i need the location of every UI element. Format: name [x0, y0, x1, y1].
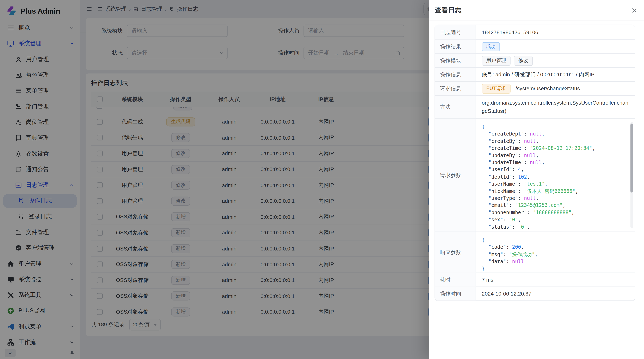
log-detail-drawer: 查看日志 日志编号 1842781986426159106 操作结果 成功 操作… [429, 0, 644, 359]
code-line: "userName": "test1", [482, 181, 629, 188]
app-root: Plus Admin 概览 系统管理 用户管理 角色管理 [0, 0, 644, 359]
field-label: 请求参数 [435, 119, 476, 232]
code-line: { [482, 237, 629, 244]
module-tag: 用户管理 [482, 56, 510, 65]
field-label: 请求信息 [435, 82, 476, 95]
code-line: "userType": null, [482, 195, 629, 202]
code-line: "phonenumber": "18888888888", [482, 209, 629, 217]
operation-info-value: 账号: admin / 研发部门 / 0:0:0:0:0:0:0:1 / 内网I… [476, 68, 635, 81]
code-line: "msg": "操作成功", [482, 251, 629, 258]
code-line: "status": "0", [482, 224, 629, 231]
request-params-code[interactable]: {"createDept": null,"createBy": null,"cr… [476, 119, 635, 232]
code-line: "email": "12345@1253.com", [482, 202, 629, 209]
field-label: 方法 [435, 96, 476, 118]
duration-value: 7 ms [476, 273, 635, 287]
code-line: "userId": 4, [482, 166, 629, 174]
code-line: "sex": "0", [482, 217, 629, 224]
request-url: /system/user/changeStatus [516, 85, 580, 91]
code-line: "updateBy": null, [482, 152, 629, 159]
field-label: 操作信息 [435, 68, 476, 81]
code-line: "deptId": 102, [482, 174, 629, 181]
code-line: "nickName": "仅本人 密码666666", [482, 188, 629, 195]
indent-guide [484, 130, 484, 228]
response-params-code: {"code": 200,"msg": "操作成功","data": null} [476, 232, 635, 273]
code-line: "createTime": "2024-08-12 17:20:34", [482, 145, 629, 152]
field-label: 耗时 [435, 273, 476, 287]
field-label: 操作模块 [435, 54, 476, 67]
indent-guide [484, 243, 484, 262]
scrollbar-thumb[interactable] [630, 124, 633, 193]
response-params-lines: {"code": 200,"msg": "操作成功","data": null} [482, 237, 629, 273]
code-line: "updateTime": null, [482, 159, 629, 166]
drawer-header: 查看日志 [429, 0, 644, 21]
code-line: } [482, 266, 629, 273]
log-id-value: 1842781986426159106 [476, 25, 635, 39]
code-line: "createBy": null, [482, 138, 629, 145]
drawer-title: 查看日志 [435, 6, 461, 14]
field-label: 操作结果 [435, 40, 476, 53]
code-line: "data": null [482, 258, 629, 266]
operation-time-value: 2024-10-06 12:20:37 [476, 287, 635, 301]
http-method-badge: PUT请求 [482, 83, 510, 93]
module-tag: 修改 [514, 56, 533, 65]
field-label: 日志编号 [435, 25, 476, 39]
code-line: "createDept": null, [482, 131, 629, 138]
request-params-lines: {"createDept": null,"createBy": null,"cr… [482, 124, 629, 231]
field-label: 操作时间 [435, 287, 476, 301]
code-line: { [482, 124, 629, 131]
status-badge: 成功 [482, 42, 500, 51]
method-value: org.dromara.system.controller.system.Sys… [476, 96, 635, 118]
code-line: "code": 200, [482, 244, 629, 251]
close-icon[interactable] [631, 7, 638, 13]
log-detail-table: 日志编号 1842781986426159106 操作结果 成功 操作模块 用户… [434, 25, 636, 301]
field-label: 响应参数 [435, 232, 476, 273]
